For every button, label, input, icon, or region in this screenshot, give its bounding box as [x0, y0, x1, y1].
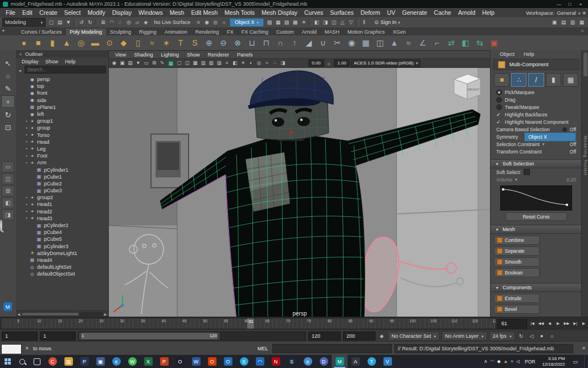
transform-constraint-value[interactable]: Off [570, 149, 576, 155]
camera-attributes-icon[interactable]: ▤ [126, 59, 134, 66]
boolean-intersect-icon[interactable]: ⊗ [231, 36, 244, 50]
outliner-row[interactable]: persp [16, 76, 108, 83]
poly-pipe-icon[interactable]: ▯ [131, 36, 145, 50]
outliner-row[interactable]: Leg [16, 145, 108, 152]
shelf-tab[interactable]: FX Caching [238, 29, 272, 35]
office-icon[interactable]: O [204, 355, 220, 368]
shelf-tab[interactable]: Rendering [191, 29, 223, 35]
highlight-checkbox-row[interactable]: Highlight Backfaces [491, 111, 582, 118]
divider[interactable] [95, 19, 99, 26]
menu-item[interactable]: Cache [431, 9, 455, 16]
modeling-toolkit-toggle-icon[interactable]: ▣ [550, 18, 558, 26]
mesh-tool-button[interactable]: Combine [494, 236, 540, 245]
shadows-icon[interactable]: ◐ [247, 59, 255, 66]
scrollbar-thumb[interactable] [22, 313, 79, 316]
zoom-icon[interactable] [0, 220, 2, 232]
view-cube[interactable]: FRONT [454, 74, 480, 99]
netflix-icon[interactable]: N [268, 355, 284, 368]
discord-icon[interactable]: D [316, 355, 332, 368]
outliner-row[interactable]: aiSkyDomeLight1 [16, 250, 108, 257]
outliner-row[interactable]: group1 [16, 118, 108, 124]
image-plane-icon[interactable]: ▭ [142, 59, 150, 66]
selection-constraint-row[interactable]: Selection Constraint ▾ Off [491, 140, 582, 148]
poly-type-icon[interactable]: T [174, 36, 187, 50]
poly-sphere-icon[interactable]: ● [17, 36, 31, 50]
character-set-icon[interactable]: ◈ [378, 332, 386, 340]
viewport-menu-item[interactable]: View [111, 52, 130, 58]
mute-icon[interactable]: ◁ [528, 332, 536, 340]
poly-torus-icon[interactable]: ◎ [74, 36, 88, 50]
toolkit-menu-item[interactable]: Help [519, 51, 539, 57]
go-to-start-button[interactable]: |◀ [528, 319, 537, 328]
wireframe-display-icon[interactable]: ▦ [274, 18, 282, 26]
poly-gear-icon[interactable]: ∗ [160, 36, 173, 50]
playback-loop-icon[interactable]: ↻ [517, 332, 525, 340]
close-button[interactable]: × [576, 1, 585, 7]
boolean-union-icon[interactable]: ⊕ [202, 36, 216, 50]
scroll-right-icon[interactable] [103, 312, 108, 316]
down-axis-icon[interactable]: ▽ [347, 18, 355, 26]
outliner-row[interactable]: Head2 [16, 208, 108, 215]
expand-icon[interactable] [24, 146, 29, 151]
viewport-menu-item[interactable]: Shading [130, 52, 157, 58]
shelf-tab[interactable]: Sculpting [106, 29, 135, 35]
component-tool-button[interactable]: Extrude [494, 294, 540, 303]
shelf-tab-switcher-icon[interactable] [2, 28, 5, 33]
tool-settings-toggle-icon[interactable]: ▥ [569, 18, 577, 26]
poly-cylinder-icon[interactable]: ▮ [46, 36, 59, 50]
outliner-row[interactable]: pCylinder2 [16, 222, 108, 229]
grease-pencil-icon[interactable]: ✎ [158, 59, 166, 66]
expand-icon[interactable] [24, 132, 29, 138]
highlight-checkbox-row[interactable]: Highlight Nearest Component [491, 118, 582, 126]
edge-beta-icon[interactable]: e [300, 355, 316, 368]
poly-cube-icon[interactable]: ■ [31, 36, 45, 50]
menu-item[interactable]: Help [479, 9, 498, 16]
outliner-row[interactable]: pCube1 [16, 173, 108, 180]
divider[interactable] [356, 19, 360, 26]
transfer-attributes-icon[interactable]: ⇆ [473, 36, 487, 50]
sculpt-tool-icon[interactable]: ▲ [387, 36, 401, 50]
outliner-row[interactable]: Head4 [16, 257, 108, 264]
four-pane-layout-button[interactable]: ⊞ [2, 185, 14, 196]
shelf-tab[interactable]: Custom [272, 29, 298, 35]
scroll-left-icon[interactable] [17, 312, 21, 316]
command-input[interactable] [1, 344, 22, 354]
checkmark-icon[interactable] [496, 112, 502, 118]
maximize-button[interactable]: □ [565, 1, 574, 7]
bridge-icon[interactable]: ∪ [316, 36, 330, 50]
face-mode-button[interactable]: ▮ [546, 73, 561, 87]
ipr-render-icon[interactable]: ◎ [211, 18, 219, 26]
persp-outliner-layout-button[interactable]: ◧ [2, 197, 14, 208]
mesh-tool-button[interactable]: Separate [494, 246, 540, 256]
shelf-tab[interactable]: Poly Modeling [66, 29, 107, 35]
maya-icon[interactable]: M [332, 355, 348, 368]
edge-icon[interactable]: e [108, 355, 124, 368]
outliner-row[interactable]: defaultLightSet [16, 264, 108, 270]
gate-mask-icon[interactable]: ▩ [191, 59, 199, 66]
mel-label[interactable]: MEL [258, 346, 268, 351]
render-frame-icon[interactable]: ◉ [203, 18, 211, 26]
lights-display-icon[interactable]: ☀ [300, 18, 308, 26]
expand-icon[interactable] [24, 216, 29, 221]
search-icon[interactable] [15, 355, 30, 368]
mel-command-field[interactable] [272, 344, 392, 353]
exposure-icon[interactable] [325, 59, 333, 67]
uv-mode-button[interactable]: ▦ [563, 73, 578, 87]
shelf-tab[interactable]: Curves / Surfaces [17, 29, 66, 35]
camera-based-selection-value[interactable]: Off [570, 127, 576, 132]
selection-constraint-value[interactable]: Off [570, 141, 576, 147]
vscode-icon[interactable]: V [379, 355, 395, 368]
menu-item[interactable]: Create [36, 9, 61, 16]
radio-icon[interactable] [496, 97, 502, 103]
rotate-tool[interactable]: ↻ [2, 109, 14, 120]
poly-helix-icon[interactable]: ≈ [145, 36, 159, 50]
network-tray-icon[interactable]: ≈ [511, 359, 513, 364]
panel-menu-icon[interactable] [19, 51, 22, 57]
isolate-select-icon[interactable]: ◧ [313, 18, 321, 26]
ambient-occlusion-icon[interactable]: ◎ [255, 59, 263, 66]
bookmarks-icon[interactable]: ▼ [134, 59, 142, 66]
component-tool-button[interactable]: Bevel [494, 305, 540, 314]
save-scene-icon[interactable]: ▼ [64, 18, 72, 26]
radio-icon[interactable] [496, 104, 502, 110]
separate-icon[interactable]: ⊓ [259, 36, 273, 50]
